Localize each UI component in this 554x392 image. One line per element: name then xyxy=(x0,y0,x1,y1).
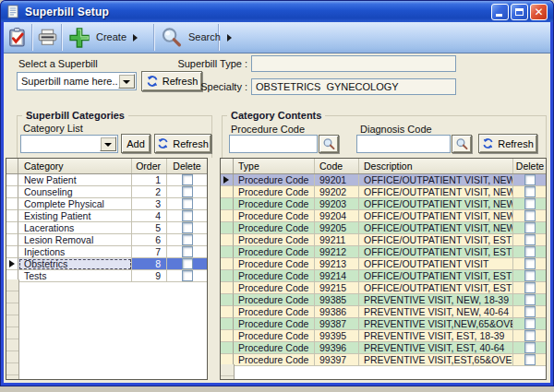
category-row[interactable]: Counseling2 xyxy=(6,186,207,198)
create-button[interactable]: Create xyxy=(96,31,126,42)
row-selector-cell[interactable] xyxy=(221,294,234,306)
delete-checkbox[interactable] xyxy=(524,270,536,281)
order-column-header[interactable]: Order xyxy=(132,159,167,173)
create-expand-arrow-icon[interactable] xyxy=(133,34,138,42)
type-cell[interactable]: Procedure Code xyxy=(234,210,315,222)
category-row[interactable]: Obstetrics8 xyxy=(6,258,207,270)
code-cell[interactable]: 99395 xyxy=(315,330,359,342)
delete-checkbox[interactable] xyxy=(524,174,536,185)
type-cell[interactable]: Procedure Code xyxy=(234,174,315,186)
description-cell[interactable]: OFFICE/OUTPATIENT VISIT, EST xyxy=(359,246,513,258)
code-cell[interactable]: 99204 xyxy=(315,210,359,222)
delete-checkbox[interactable] xyxy=(524,282,536,293)
order-cell[interactable]: 3 xyxy=(132,198,167,210)
type-cell[interactable]: Procedure Code xyxy=(234,186,315,198)
procedure-row[interactable]: Procedure Code99386PREVENTIVE VISIT, NEW… xyxy=(221,306,546,318)
row-selector-cell[interactable] xyxy=(6,222,18,234)
code-cell[interactable]: 99211 xyxy=(315,234,359,246)
type-cell[interactable]: Procedure Code xyxy=(234,306,315,318)
row-selector-cell[interactable] xyxy=(6,234,18,246)
delete-checkbox[interactable] xyxy=(524,342,536,353)
order-cell[interactable]: 6 xyxy=(132,234,167,246)
row-selector-cell[interactable] xyxy=(221,174,234,186)
dropdown-arrow-icon[interactable] xyxy=(118,74,135,89)
row-selector-cell[interactable] xyxy=(221,270,234,282)
delete-column-header[interactable]: Delete xyxy=(167,159,207,173)
delete-checkbox[interactable] xyxy=(524,306,536,317)
code-cell[interactable]: 99202 xyxy=(315,186,359,198)
delete-checkbox[interactable] xyxy=(524,210,536,221)
delete-checkbox[interactable] xyxy=(182,198,193,209)
code-cell[interactable]: 99214 xyxy=(315,270,359,282)
diagnosis-lookup-button[interactable] xyxy=(452,135,472,153)
type-cell[interactable]: Procedure Code xyxy=(234,354,315,366)
type-cell[interactable]: Procedure Code xyxy=(234,246,315,258)
row-selector-cell[interactable] xyxy=(221,198,234,210)
code-cell[interactable]: 99215 xyxy=(315,282,359,294)
description-cell[interactable]: OFFICE/OUTPATIENT VISIT, NEW xyxy=(359,186,513,198)
description-cell[interactable]: OFFICE/OUTPATIENT VISIT, EST xyxy=(359,234,513,246)
category-list-dropdown[interactable] xyxy=(20,135,118,153)
procedure-row[interactable]: Procedure Code99211OFFICE/OUTPATIENT VIS… xyxy=(221,234,546,246)
row-selector-cell[interactable] xyxy=(221,342,234,354)
contents-refresh-button[interactable]: Refresh xyxy=(478,134,537,153)
type-cell[interactable]: Procedure Code xyxy=(234,330,315,342)
search-magnifier-icon[interactable] xyxy=(161,27,183,49)
order-cell[interactable]: 9 xyxy=(132,270,167,282)
code-cell[interactable]: 99386 xyxy=(315,306,359,318)
description-cell[interactable]: OFFICE/OUTPATIENT VISIT, NEW xyxy=(359,210,513,222)
type-cell[interactable]: Procedure Code xyxy=(234,270,315,282)
description-cell[interactable]: OFFICE/OUTPATIENT VISIT, NEW xyxy=(359,174,513,186)
row-selector-cell[interactable] xyxy=(221,282,234,294)
close-button[interactable]: ✕ xyxy=(530,4,548,20)
procedure-lookup-button[interactable] xyxy=(319,135,339,153)
category-row[interactable]: Lacerations5 xyxy=(6,222,207,234)
row-selector-cell[interactable] xyxy=(6,174,18,186)
type-cell[interactable]: Procedure Code xyxy=(234,198,315,210)
description-cell[interactable]: PREVENTIVE VISIT,EST,65&OVER xyxy=(359,354,513,366)
create-plus-icon[interactable] xyxy=(68,27,90,49)
delete-checkbox[interactable] xyxy=(524,198,536,209)
description-cell[interactable]: PREVENTIVE VISIT, EST, 40-64 xyxy=(359,342,513,354)
description-cell[interactable]: OFFICE/OUTPATIENT VISIT, NEW xyxy=(359,222,513,234)
category-cell[interactable]: Counseling xyxy=(18,186,132,198)
code-cell[interactable]: 99201 xyxy=(315,174,359,186)
code-cell[interactable]: 99385 xyxy=(315,294,359,306)
procedure-row[interactable]: Procedure Code99396PREVENTIVE VISIT, EST… xyxy=(221,342,546,354)
description-cell[interactable]: OFFICE/OUTPATIENT VISIT xyxy=(359,258,513,270)
category-cell[interactable]: Lesion Removal xyxy=(18,234,132,246)
row-selector-cell[interactable] xyxy=(6,186,18,198)
order-cell[interactable]: 8 xyxy=(132,258,167,270)
delete-checkbox[interactable] xyxy=(524,318,536,329)
category-row[interactable]: Existing Patient4 xyxy=(6,210,207,222)
procedure-row[interactable]: Procedure Code99214OFFICE/OUTPATIENT VIS… xyxy=(221,270,546,282)
row-selector-cell[interactable] xyxy=(221,186,234,198)
delete-checkbox[interactable] xyxy=(524,294,536,305)
minimize-button[interactable] xyxy=(491,4,509,20)
delete-checkbox[interactable] xyxy=(182,270,193,281)
delete-checkbox[interactable] xyxy=(182,258,193,269)
delete-checkbox[interactable] xyxy=(182,174,193,185)
code-cell[interactable]: 99212 xyxy=(315,246,359,258)
row-selector-cell[interactable] xyxy=(6,246,18,258)
type-cell[interactable]: Procedure Code xyxy=(234,294,315,306)
superbill-name-dropdown[interactable]: Superbill name here... xyxy=(17,72,137,90)
delete-checkbox[interactable] xyxy=(182,222,193,233)
delete-checkbox[interactable] xyxy=(524,234,536,245)
order-cell[interactable]: 5 xyxy=(132,222,167,234)
maximize-button[interactable] xyxy=(511,4,528,20)
code-column-header[interactable]: Code xyxy=(315,159,359,173)
code-cell[interactable]: 99397 xyxy=(315,354,359,366)
code-cell[interactable]: 99387 xyxy=(315,318,359,330)
order-cell[interactable]: 7 xyxy=(132,246,167,258)
procedure-row[interactable]: Procedure Code99397PREVENTIVE VISIT,EST,… xyxy=(221,354,546,366)
order-cell[interactable]: 2 xyxy=(132,186,167,198)
category-cell[interactable]: Complete Physical xyxy=(18,198,132,210)
category-cell[interactable]: Injections xyxy=(18,246,132,258)
delete-checkbox[interactable] xyxy=(524,246,536,257)
procedure-row[interactable]: Procedure Code99215OFFICE/OUTPATIENT VIS… xyxy=(221,282,546,294)
description-cell[interactable]: OFFICE/OUTPATIENT VISIT, NEW xyxy=(359,198,513,210)
code-cell[interactable]: 99396 xyxy=(315,342,359,354)
row-selector-cell[interactable] xyxy=(6,258,18,270)
description-cell[interactable]: OFFICE/OUTPATIENT VISIT, EST xyxy=(359,282,513,294)
